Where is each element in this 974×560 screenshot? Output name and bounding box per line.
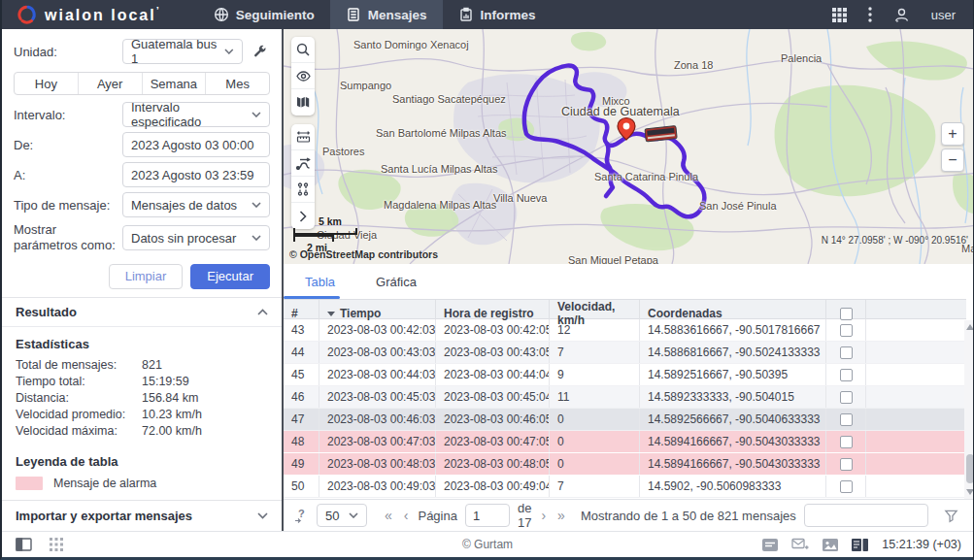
row-checkbox[interactable]	[840, 369, 853, 381]
track-icon[interactable]	[291, 150, 315, 177]
cell-checkbox[interactable]	[826, 364, 866, 385]
params-select[interactable]: Datos sin procesar	[122, 225, 270, 250]
apps-grid-icon[interactable]	[832, 8, 847, 22]
table-header: # Tiempo Hora de registro Velocidad, km/…	[284, 299, 966, 319]
interval-select[interactable]: Intervalo especificado	[122, 102, 270, 127]
row-checkbox[interactable]	[840, 413, 853, 426]
cell-checkbox[interactable]	[826, 386, 866, 408]
tab-mensajes[interactable]: Mensajes	[330, 0, 443, 29]
notifications-icon[interactable]	[762, 539, 778, 551]
cell-speed: 12	[550, 319, 640, 341]
cell-registration-time: 2023-08-03 00:48:05	[436, 453, 550, 475]
table-row[interactable]: 48 2023-08-03 00:47:03 2023-08-03 00:47:…	[284, 431, 966, 453]
range-mes-button[interactable]: Mes	[206, 73, 269, 94]
panel-left-icon[interactable]	[16, 538, 32, 551]
cell-checkbox[interactable]	[826, 319, 866, 341]
import-export-section-header[interactable]: Importar y exportar mensajes	[2, 500, 282, 531]
funnel-icon[interactable]	[944, 509, 958, 523]
scroll-up-arrow[interactable]	[966, 324, 974, 330]
table-scrollbar[interactable]	[964, 320, 974, 499]
prev-page-button[interactable]: ‹	[402, 508, 411, 523]
table-row[interactable]: 43 2023-08-03 00:42:03 2023-08-03 00:42:…	[284, 319, 966, 342]
scroll-down-arrow[interactable]	[966, 489, 974, 495]
result-section-header[interactable]: Resultado	[2, 297, 282, 327]
cell-speed: 7	[550, 476, 640, 497]
stat-value: 15:19:59	[142, 375, 189, 388]
zoom-out-button[interactable]: −	[941, 148, 964, 172]
interval-value: Intervalo especificado	[131, 100, 252, 129]
map-attribution[interactable]: © OpenStreetMap contributors	[289, 248, 438, 260]
stats-list: Total de mensajes: 821 Tiempo total: 15:…	[2, 355, 282, 441]
row-checkbox[interactable]	[840, 480, 853, 493]
media-icon[interactable]	[823, 539, 838, 551]
message-type-select[interactable]: Mensajes de datos	[122, 192, 270, 217]
cell-coordinates: 14.5894166667, -90.5043033333	[640, 453, 826, 475]
range-semana-button[interactable]: Semana	[143, 73, 207, 94]
table-row[interactable]: 45 2023-08-03 00:44:03 2023-08-03 00:44:…	[284, 364, 966, 386]
layers-icon[interactable]	[291, 89, 315, 115]
first-page-button[interactable]: «	[383, 508, 394, 523]
messages-sidebar: Unidad: Guatemala bus 1 Hoy Ayer Semana …	[2, 29, 282, 531]
execute-button[interactable]: Ejecutar	[190, 264, 270, 289]
unit-select[interactable]: Guatemala bus 1	[122, 39, 243, 64]
map[interactable]: Santo Domingo Xenacoj Sumpango Santiago …	[282, 29, 974, 264]
stat-row: Tiempo total: 15:19:59	[16, 375, 268, 388]
stat-value: 72.00 km/h	[142, 424, 202, 438]
select-all-checkbox[interactable]	[840, 308, 853, 320]
row-checkbox[interactable]	[840, 391, 853, 404]
stat-row: Total de mensajes: 821	[16, 358, 268, 372]
log-icon[interactable]	[852, 539, 868, 551]
row-checkbox[interactable]	[840, 346, 853, 359]
to-datetime-input[interactable]: 2023 Agosto 03 23:59	[122, 162, 270, 187]
cell-checkbox[interactable]	[826, 476, 866, 497]
params-label: Mostrar parámetros como:	[14, 222, 122, 254]
stat-row: Velocidad máxima: 72.00 km/h	[16, 424, 268, 438]
nodes-icon[interactable]	[291, 177, 315, 203]
mail-icon[interactable]	[791, 538, 809, 551]
page-number-input[interactable]	[465, 504, 510, 527]
user-icon[interactable]	[893, 7, 910, 23]
row-checkbox[interactable]	[840, 436, 853, 448]
table-row[interactable]: 49 2023-08-03 00:48:03 2023-08-03 00:48:…	[284, 453, 966, 476]
stat-label: Total de mensajes:	[16, 358, 142, 372]
last-page-button[interactable]: »	[555, 508, 567, 523]
dots-grid-icon[interactable]	[50, 538, 63, 551]
row-checkbox[interactable]	[840, 458, 853, 471]
scrollbar-thumb[interactable]	[966, 454, 974, 483]
table-row[interactable]: 44 2023-08-03 00:43:03 2023-08-03 00:43:…	[284, 342, 966, 364]
cell-checkbox[interactable]	[826, 342, 866, 363]
range-ayer-button[interactable]: Ayer	[79, 73, 143, 94]
page-size-select[interactable]: 50	[317, 504, 367, 527]
tab-seguimiento[interactable]: Seguimiento	[198, 0, 330, 29]
cell-checkbox[interactable]	[826, 431, 866, 452]
zoom-in-button[interactable]: +	[941, 122, 964, 146]
message-filter-input[interactable]	[804, 504, 928, 527]
status-bar: © Gurtam 15:21:39 (+03)	[2, 531, 973, 557]
range-hoy-button[interactable]: Hoy	[15, 73, 79, 94]
table-row[interactable]: 46 2023-08-03 00:45:03 2023-08-03 00:45:…	[284, 386, 966, 409]
tab-tabla[interactable]: Tabla	[305, 275, 335, 289]
next-page-button[interactable]: ›	[539, 508, 548, 523]
row-checkbox[interactable]	[840, 324, 853, 337]
from-datetime-input[interactable]: 2023 Agosto 03 00:00	[122, 132, 270, 157]
search-icon[interactable]	[291, 37, 315, 63]
table-row[interactable]: 47 2023-08-03 00:46:03 2023-08-03 00:46:…	[284, 409, 966, 431]
legend-title: Leyenda de tabla	[16, 454, 268, 469]
goto-message-icon[interactable]: ?	[293, 508, 309, 523]
tab-grafica[interactable]: Gráfica	[376, 275, 417, 289]
wialon-logo-icon	[17, 5, 37, 24]
cell-checkbox[interactable]	[826, 409, 866, 430]
tab-informes[interactable]: Informes	[443, 0, 552, 29]
eye-icon[interactable]	[291, 63, 315, 89]
wrench-icon[interactable]	[252, 45, 267, 59]
measure-icon[interactable]	[291, 124, 315, 150]
logo-text: wialon localʼ	[45, 5, 161, 24]
user-label[interactable]: user	[931, 8, 956, 22]
chevron-down-icon	[349, 512, 358, 518]
cell-checkbox[interactable]	[826, 453, 866, 475]
cell-number: 45	[284, 364, 319, 385]
clear-button[interactable]: Limpiar	[109, 264, 184, 289]
kebab-menu-icon[interactable]	[868, 7, 872, 22]
table-row[interactable]: 50 2023-08-03 00:49:03 2023-08-03 00:49:…	[284, 476, 966, 498]
cell-coordinates: 14.5892516667, -90.50395	[640, 364, 826, 385]
